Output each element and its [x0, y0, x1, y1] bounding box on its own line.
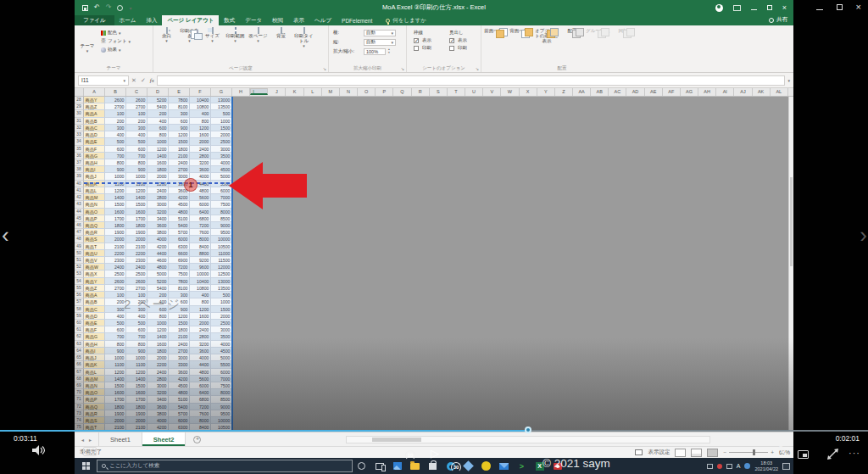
column-header-U[interactable]: U: [465, 88, 483, 96]
row-header-32[interactable]: 32: [75, 125, 84, 131]
column-header-T[interactable]: T: [448, 88, 465, 96]
cell[interactable]: 500: [211, 292, 232, 298]
cell-A60[interactable]: 商品E: [84, 320, 105, 326]
cell[interactable]: 3400: [147, 396, 169, 403]
cell[interactable]: 2000: [126, 417, 147, 424]
cell[interactable]: 5200: [147, 278, 169, 285]
cell[interactable]: 3500: [211, 333, 232, 340]
margins-button[interactable]: 余白▾: [155, 28, 178, 48]
cell[interactable]: 6400: [190, 209, 211, 215]
cell[interactable]: 1800: [105, 404, 126, 410]
cell[interactable]: 3200: [147, 389, 169, 396]
cell[interactable]: 8500: [211, 396, 232, 403]
row-header-39[interactable]: 39: [75, 173, 84, 180]
cell[interactable]: 1800: [126, 404, 147, 410]
cell[interactable]: 1800: [169, 146, 190, 153]
row-header-50[interactable]: 50: [75, 250, 84, 257]
cell[interactable]: 13000: [211, 278, 232, 285]
display-settings-label[interactable]: 表示設定: [648, 449, 670, 456]
cell[interactable]: 2400: [147, 187, 169, 194]
cell[interactable]: 2200: [105, 250, 126, 257]
column-header-C[interactable]: C: [126, 88, 147, 96]
cell[interactable]: 2500: [211, 138, 232, 145]
cell[interactable]: 10500: [211, 243, 232, 250]
cell[interactable]: 1500: [105, 382, 126, 389]
cell[interactable]: 5400: [147, 103, 169, 110]
cell[interactable]: 1200: [126, 369, 147, 376]
cell[interactable]: 9500: [211, 229, 232, 236]
column-header-AB[interactable]: AB: [591, 88, 609, 96]
column-header-W[interactable]: W: [501, 88, 519, 96]
cell[interactable]: 4800: [169, 209, 190, 215]
gridlines-view-checkbox[interactable]: 表示: [414, 37, 442, 43]
cell[interactable]: 3000: [147, 201, 169, 208]
row-header-45[interactable]: 45: [75, 215, 84, 222]
column-header-AF[interactable]: AF: [663, 88, 681, 96]
page-setup-dialog-launcher-icon[interactable]: ↘: [323, 66, 326, 71]
cell[interactable]: 2500: [126, 270, 147, 277]
cell[interactable]: 500: [126, 138, 147, 145]
cell[interactable]: 1000: [147, 320, 169, 326]
cell[interactable]: 2400: [169, 159, 190, 166]
cell-A61[interactable]: 商品F: [84, 326, 105, 333]
cell[interactable]: 4200: [169, 376, 190, 382]
cell[interactable]: 1200: [169, 131, 190, 138]
cell-A68[interactable]: 商品M: [84, 376, 105, 382]
row-header-46[interactable]: 46: [75, 222, 84, 229]
cell[interactable]: 1700: [105, 396, 126, 403]
cell-A39[interactable]: 商品J: [84, 173, 105, 180]
tab-1[interactable]: ホーム: [114, 15, 142, 25]
cell[interactable]: 2000: [190, 320, 211, 326]
cell[interactable]: 7800: [169, 278, 190, 285]
row-header-60[interactable]: 60: [75, 320, 84, 326]
cell[interactable]: 2800: [147, 194, 169, 201]
cell[interactable]: 2400: [190, 146, 211, 153]
cell[interactable]: 600: [105, 326, 126, 333]
close-button[interactable]: ×: [782, 4, 787, 12]
cell-A30[interactable]: 商品A: [84, 110, 105, 117]
cell[interactable]: 6000: [190, 201, 211, 208]
cell-A28[interactable]: 商品Y: [84, 97, 105, 103]
cell-A57[interactable]: 商品B: [84, 298, 105, 305]
horizontal-scrollbar-thumb[interactable]: [372, 438, 421, 442]
cell[interactable]: 3600: [147, 222, 169, 229]
cell[interactable]: 2200: [126, 250, 147, 257]
cell[interactable]: 400: [190, 110, 211, 117]
cell-A45[interactable]: 商品P: [84, 215, 105, 222]
cell[interactable]: 1100: [126, 361, 147, 368]
cell[interactable]: 400: [105, 131, 126, 138]
save-icon[interactable]: [82, 5, 88, 11]
row-header-37[interactable]: 37: [75, 159, 84, 166]
cell[interactable]: 1500: [211, 125, 232, 131]
cell[interactable]: 1100: [105, 361, 126, 368]
tab-3[interactable]: ページ レイアウト: [162, 15, 219, 25]
cell[interactable]: 1600: [147, 159, 169, 166]
cell[interactable]: 7800: [169, 97, 190, 103]
cell-A54[interactable]: 商品Y: [84, 278, 105, 285]
cell[interactable]: 2400: [147, 369, 169, 376]
cell[interactable]: 9200: [190, 257, 211, 264]
cell-A70[interactable]: 商品O: [84, 389, 105, 396]
cell[interactable]: 5400: [147, 285, 169, 292]
cell[interactable]: 2100: [169, 333, 190, 340]
cell[interactable]: 700: [126, 153, 147, 159]
cell[interactable]: 7500: [211, 382, 232, 389]
cell[interactable]: 1000: [105, 354, 126, 361]
cell[interactable]: 1800: [169, 326, 190, 333]
cell[interactable]: 3600: [190, 166, 211, 173]
row-header-56[interactable]: 56: [75, 292, 84, 298]
cell[interactable]: 4500: [211, 348, 232, 354]
tab-9[interactable]: PDFelement: [337, 15, 377, 25]
column-header-A[interactable]: A: [84, 88, 105, 96]
mail-button[interactable]: [495, 458, 513, 474]
cell-A48[interactable]: 商品S: [84, 236, 105, 243]
cell[interactable]: 400: [126, 131, 147, 138]
cell[interactable]: 4500: [169, 201, 190, 208]
cell[interactable]: 8000: [190, 417, 211, 424]
cell[interactable]: 1900: [105, 229, 126, 236]
sheet-options-dialog-launcher-icon[interactable]: ↘: [476, 66, 479, 71]
scale-spinner[interactable]: ▴▾: [388, 48, 390, 54]
cell[interactable]: 1900: [105, 410, 126, 417]
cell[interactable]: 400: [190, 292, 211, 298]
cell[interactable]: 800: [190, 298, 211, 305]
